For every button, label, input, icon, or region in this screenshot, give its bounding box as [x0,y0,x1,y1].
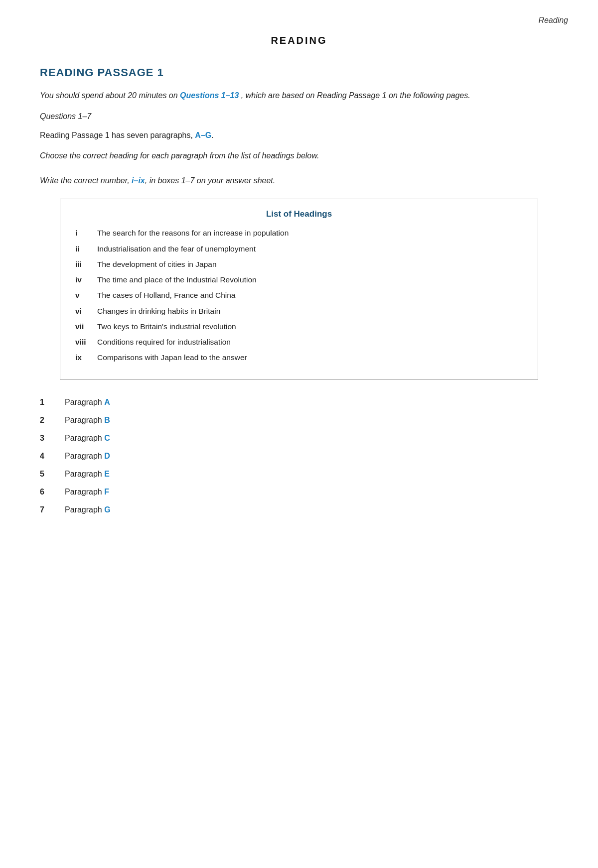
write-instruction: Write the correct number, i–ix, in boxes… [40,174,558,187]
paragraph-letter: G [104,505,110,514]
paragraph-letter: D [104,452,110,460]
heading-row: ixComparisons with Japan lead to the ans… [75,352,523,363]
heading-numeral: iv [75,274,97,285]
paragraph-number: 2 [40,416,65,425]
paragraph-item: 1Paragraph A [40,398,558,407]
paragraph-number: 5 [40,470,65,479]
paragraph-letter: F [104,488,109,496]
heading-row: ivThe time and place of the Industrial R… [75,274,523,285]
paragraph-letters-highlight: A–G [195,131,211,139]
paragraph-item: 3Paragraph C [40,434,558,443]
paragraph-item: 6Paragraph F [40,488,558,496]
paragraph-item: 4Paragraph D [40,452,558,461]
heading-numeral: vi [75,305,97,317]
paragraph-label: Paragraph E [65,470,110,479]
heading-row: vThe cases of Holland, France and China [75,289,523,301]
paragraph-item: 5Paragraph E [40,470,558,479]
paragraph-label: Paragraph D [65,452,110,461]
heading-numeral: ix [75,352,97,363]
heading-text: The time and place of the Industrial Rev… [97,274,523,285]
choose-instruction: Choose the correct heading for each para… [40,149,558,162]
heading-text: Industrialisation and the fear of unempl… [97,243,523,254]
paragraph-intro-text: Reading Passage 1 has seven paragraphs, [40,131,195,139]
headings-box-title: List of Headings [75,209,523,219]
heading-text: The cases of Holland, France and China [97,289,523,301]
instruction-questions-highlight: Questions 1–13 [180,91,239,100]
heading-text: The development of cities in Japan [97,258,523,270]
heading-numeral: viii [75,336,97,348]
heading-row: viiTwo keys to Britain's industrial revo… [75,321,523,332]
heading-text: Changes in drinking habits in Britain [97,305,523,317]
paragraph-label: Paragraph C [65,434,110,443]
page-header-label: Reading [538,16,568,25]
paragraph-number: 7 [40,505,65,514]
paragraph-number: 4 [40,452,65,461]
paragraph-letter: E [104,470,110,478]
write-instruction-highlight: i–ix [132,176,145,185]
paragraph-list: 1Paragraph A2Paragraph B3Paragraph C4Par… [40,398,558,514]
paragraph-number: 6 [40,488,65,496]
heading-row: iiiThe development of cities in Japan [75,258,523,270]
instruction-text-1: You should spend about 20 minutes on Que… [40,89,558,102]
heading-row: iiIndustrialisation and the fear of unem… [75,243,523,254]
paragraph-label: Paragraph A [65,398,110,407]
passage-title: READING PASSAGE 1 [40,66,558,79]
heading-numeral: v [75,289,97,301]
heading-numeral: ii [75,243,97,254]
paragraph-item: 7Paragraph G [40,505,558,514]
headings-list: iThe search for the reasons for an incre… [75,227,523,363]
heading-row: viiiConditions required for industrialis… [75,336,523,348]
write-instruction-post: , in boxes 1–7 on your answer sheet. [145,176,276,185]
paragraph-letter: A [104,398,110,406]
headings-box: List of Headings iThe search for the rea… [60,199,538,379]
heading-text: Conditions required for industrialisatio… [97,336,523,348]
main-title: READING [40,35,558,46]
paragraph-intro: Reading Passage 1 has seven paragraphs, … [40,129,558,142]
paragraph-intro-rest: . [211,131,213,139]
paragraph-item: 2Paragraph B [40,416,558,425]
heading-row: viChanges in drinking habits in Britain [75,305,523,317]
instruction-text-1-post: , which are based on Reading Passage 1 o… [241,91,470,100]
heading-numeral: vii [75,321,97,332]
heading-row: iThe search for the reasons for an incre… [75,227,523,239]
heading-text: Two keys to Britain's industrial revolut… [97,321,523,332]
paragraph-number: 3 [40,434,65,443]
paragraph-label: Paragraph F [65,488,109,496]
questions-label: Questions 1–7 [40,112,558,121]
heading-text: Comparisons with Japan lead to the answe… [97,352,523,363]
paragraph-letter: C [104,434,110,442]
paragraph-letter: B [104,416,110,424]
heading-text: The search for the reasons for an increa… [97,227,523,239]
paragraph-label: Paragraph G [65,505,111,514]
paragraph-number: 1 [40,398,65,407]
heading-numeral: i [75,227,97,239]
heading-numeral: iii [75,258,97,270]
write-instruction-pre: Write the correct number, [40,176,132,185]
instruction-text-1-pre: You should spend about 20 minutes on [40,91,178,100]
paragraph-label: Paragraph B [65,416,110,425]
